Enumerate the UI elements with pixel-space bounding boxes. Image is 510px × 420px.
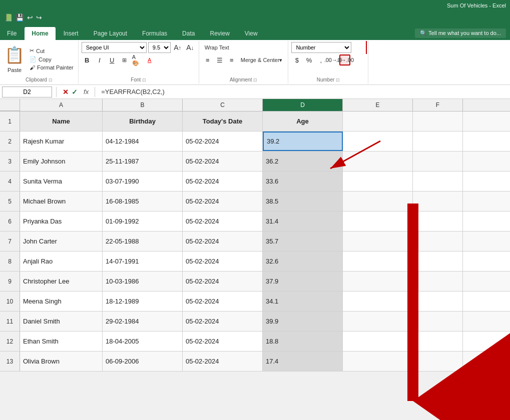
table-cell[interactable]: 18.8 — [263, 332, 343, 351]
table-cell[interactable]: 33.6 — [263, 172, 343, 191]
table-cell[interactable]: 05-02-2024 — [183, 152, 263, 171]
undo-icon[interactable]: ↩ — [27, 14, 33, 22]
fill-color-button[interactable]: A🎨 — [132, 54, 143, 66]
row-number[interactable]: 12 — [0, 332, 20, 351]
table-cell[interactable]: 10-03-1986 — [103, 272, 183, 291]
tab-tell-me[interactable]: 🔍 Tell me what you want to do... — [415, 28, 506, 38]
row-number[interactable]: 4 — [0, 172, 20, 191]
copy-button[interactable]: 📄 Copy — [28, 56, 75, 63]
table-cell[interactable]: John Carter — [20, 232, 103, 251]
row-number[interactable]: 8 — [0, 252, 20, 271]
table-cell[interactable]: Michael Brown — [20, 192, 103, 211]
table-cell[interactable] — [343, 252, 413, 271]
tab-review[interactable]: Review — [203, 27, 236, 40]
table-cell[interactable]: 06-09-2006 — [103, 352, 183, 371]
table-cell[interactable] — [343, 112, 413, 131]
table-cell[interactable]: 05-02-2024 — [183, 272, 263, 291]
table-cell[interactable] — [413, 232, 463, 251]
table-cell[interactable]: Birthday — [103, 112, 183, 131]
row-number[interactable]: 10 — [0, 292, 20, 311]
increase-decimal-button[interactable]: .0→.00 — [339, 54, 350, 66]
wrap-text-button[interactable]: Wrap Text — [202, 42, 232, 53]
align-right-button[interactable]: ≡ — [226, 54, 237, 66]
table-cell[interactable] — [413, 152, 463, 171]
tab-page-layout[interactable]: Page Layout — [87, 27, 134, 40]
table-cell[interactable]: Name — [20, 112, 103, 131]
table-cell[interactable] — [413, 252, 463, 271]
table-cell[interactable]: 01-09-1992 — [103, 212, 183, 231]
table-cell[interactable]: Today's Date — [183, 112, 263, 131]
table-cell[interactable]: 03-07-1990 — [103, 172, 183, 191]
border-button[interactable]: ⊞ — [119, 54, 130, 66]
col-header-c[interactable]: C — [183, 99, 263, 111]
table-cell[interactable]: 05-02-2024 — [183, 172, 263, 191]
table-cell[interactable] — [343, 272, 413, 291]
name-box[interactable] — [2, 86, 52, 98]
table-cell[interactable]: 39.2 — [263, 132, 343, 151]
col-header-d[interactable]: D — [263, 99, 343, 111]
table-cell[interactable] — [343, 292, 413, 311]
tab-file[interactable]: File — [0, 27, 24, 40]
cancel-formula-icon[interactable]: ✕ — [63, 88, 69, 96]
table-cell[interactable]: 05-02-2024 — [183, 292, 263, 311]
table-cell[interactable]: Emily Johnson — [20, 152, 103, 171]
table-cell[interactable]: 05-02-2024 — [183, 312, 263, 331]
table-cell[interactable]: 22-05-1988 — [103, 232, 183, 251]
paste-button[interactable]: 📋 Paste — [2, 42, 27, 74]
table-cell[interactable]: 29-02-1984 — [103, 312, 183, 331]
tab-formulas[interactable]: Formulas — [135, 27, 174, 40]
table-cell[interactable]: Ethan Smith — [20, 332, 103, 351]
table-cell[interactable] — [343, 332, 413, 351]
table-cell[interactable] — [343, 212, 413, 231]
underline-button[interactable]: U — [107, 54, 118, 66]
table-cell[interactable]: 05-02-2024 — [183, 212, 263, 231]
table-cell[interactable]: 32.6 — [263, 252, 343, 271]
table-cell[interactable]: 31.4 — [263, 212, 343, 231]
table-cell[interactable] — [343, 232, 413, 251]
tab-view[interactable]: View — [238, 27, 265, 40]
row-number[interactable]: 13 — [0, 352, 20, 371]
align-center-button[interactable]: ☰ — [214, 54, 225, 66]
table-cell[interactable] — [343, 132, 413, 151]
bold-button[interactable]: B — [82, 54, 93, 66]
tab-home[interactable]: Home — [25, 27, 55, 40]
table-cell[interactable]: 25-11-1987 — [103, 152, 183, 171]
table-cell[interactable]: 05-02-2024 — [183, 332, 263, 351]
table-cell[interactable] — [413, 112, 463, 131]
row-number[interactable]: 6 — [0, 212, 20, 231]
merge-center-button[interactable]: Merge & Center ▾ — [238, 54, 285, 66]
row-number[interactable]: 1 — [0, 112, 20, 131]
table-cell[interactable]: Christopher Lee — [20, 272, 103, 291]
table-cell[interactable]: 05-02-2024 — [183, 132, 263, 151]
cut-button[interactable]: ✂ Cut — [28, 47, 75, 54]
table-cell[interactable] — [413, 192, 463, 211]
number-format-select[interactable]: Number — [291, 42, 351, 53]
table-cell[interactable] — [413, 212, 463, 231]
col-header-e[interactable]: E — [343, 99, 413, 111]
table-cell[interactable] — [343, 192, 413, 211]
currency-button[interactable]: $ — [291, 54, 302, 66]
table-cell[interactable] — [413, 332, 463, 351]
font-color-button[interactable]: A — [144, 54, 155, 66]
confirm-formula-icon[interactable]: ✓ — [72, 88, 78, 96]
percent-button[interactable]: % — [303, 54, 314, 66]
table-cell[interactable]: 17.4 — [263, 352, 343, 371]
tab-insert[interactable]: Insert — [57, 27, 86, 40]
row-number[interactable]: 7 — [0, 232, 20, 251]
row-number[interactable]: 11 — [0, 312, 20, 331]
table-cell[interactable]: 14-07-1991 — [103, 252, 183, 271]
table-cell[interactable]: Sunita Verma — [20, 172, 103, 191]
table-cell[interactable]: 05-02-2024 — [183, 252, 263, 271]
table-cell[interactable]: 37.9 — [263, 272, 343, 291]
row-number[interactable]: 3 — [0, 152, 20, 171]
table-cell[interactable]: 16-08-1985 — [103, 192, 183, 211]
row-number[interactable]: 5 — [0, 192, 20, 211]
table-cell[interactable] — [413, 352, 463, 371]
table-cell[interactable] — [413, 292, 463, 311]
table-cell[interactable]: 18-04-2005 — [103, 332, 183, 351]
table-cell[interactable]: 05-02-2024 — [183, 352, 263, 371]
row-number[interactable]: 2 — [0, 132, 20, 151]
table-cell[interactable]: 35.7 — [263, 232, 343, 251]
table-cell[interactable] — [413, 272, 463, 291]
table-cell[interactable]: 36.2 — [263, 152, 343, 171]
